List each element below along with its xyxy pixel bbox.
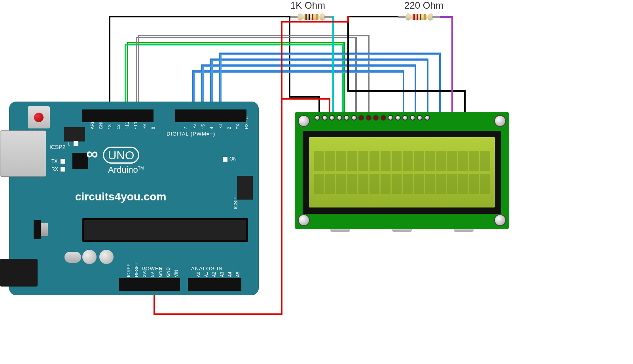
mounting-hole: [494, 115, 506, 127]
lcd-char-cell: [381, 174, 390, 194]
pin-label-reset: RESET: [134, 262, 139, 277]
resistor-1k: [298, 14, 325, 23]
pin-label-a1: A1: [204, 272, 208, 277]
pin-label-a5: A5: [235, 272, 240, 277]
lcd-char-cell: [347, 174, 357, 194]
pin-label-7: 7: [183, 127, 188, 129]
led-l-label: L: [68, 141, 70, 147]
lcd-char-cell: [403, 151, 413, 171]
arduino-brand-text: ArduinoTM: [108, 165, 144, 175]
watermark-text: circuits4you.com: [75, 190, 166, 203]
lcd-char-cell: [447, 174, 457, 194]
lcd-char-cell: [480, 174, 490, 194]
pin-label-gnd: GND: [158, 268, 163, 277]
lcd-pin-15[interactable]: [417, 115, 423, 121]
lcd-char-cell: [469, 174, 479, 194]
lcd-char-cell: [436, 151, 446, 171]
lcd-pin-header[interactable]: [315, 115, 430, 121]
lcd-char-cell: [414, 174, 424, 194]
lcd-char-cell: [458, 151, 468, 171]
lcd-char-cell: [414, 151, 424, 171]
digital-header-left[interactable]: [82, 109, 154, 122]
lcd-pin-4[interactable]: [337, 115, 342, 121]
pin-label-11: ~11: [125, 122, 129, 129]
lcd-bezel: [303, 131, 501, 214]
lcd-char-cell: [314, 174, 324, 194]
lcd-screen: [309, 137, 495, 207]
pin-label-5: ~5: [201, 124, 205, 129]
lcd-pin-9[interactable]: [373, 115, 379, 121]
pin-label-12: 12: [116, 124, 121, 129]
pin-label-a3: A3: [220, 272, 224, 277]
mounting-hole: [298, 214, 310, 226]
lcd-char-cell: [480, 151, 490, 171]
lcd-char-cell: [358, 174, 368, 194]
digital-section-label: DIGITAL (PWM=~): [167, 131, 215, 137]
resistor-220: [406, 14, 433, 23]
pin-label-5v: 5V: [150, 272, 155, 277]
lcd-char-cell: [392, 174, 402, 194]
capacitor: [99, 250, 114, 264]
lcd-pin-8[interactable]: [366, 115, 371, 121]
pin-label-a0: A0: [196, 272, 201, 277]
arduino-logo: ∞ UNO: [86, 144, 139, 163]
lcd-char-cell: [458, 174, 468, 194]
resistor-2-label: 220 Ohm: [404, 0, 443, 11]
led-tx: [61, 159, 65, 164]
pin-label-9: ~9: [142, 124, 147, 129]
lcd-char-cell: [325, 151, 335, 171]
icsp2-label: ICSP2: [49, 144, 65, 150]
lcd-pin-11[interactable]: [388, 115, 393, 121]
pin-label-gnd: GND: [166, 268, 171, 277]
led-tx-label: TX: [51, 158, 57, 164]
pin-label-ioref: IOREF: [126, 264, 131, 277]
usb-port: [0, 130, 46, 177]
lcd-pin-7[interactable]: [358, 115, 364, 121]
lcd-char-cell: [358, 151, 368, 171]
lcd-pin-1[interactable]: [315, 115, 320, 121]
lcd-char-cell: [370, 151, 379, 171]
power-header[interactable]: [119, 278, 180, 291]
voltage-regulator: [34, 220, 41, 239]
lcd-char-cell: [436, 174, 446, 194]
icsp2-header: [64, 127, 85, 141]
led-rx: [61, 167, 65, 172]
lcd-char-cell: [325, 174, 335, 194]
lcd-pin-2[interactable]: [322, 115, 328, 121]
lcd-16x2-module: [295, 112, 509, 229]
pin-label-3: ~3: [218, 124, 223, 129]
lcd-char-cell: [392, 151, 402, 171]
crystal-oscillator: [64, 252, 81, 263]
mounting-hole: [298, 115, 310, 127]
lcd-pin-6[interactable]: [351, 115, 357, 121]
lcd-pin-16[interactable]: [425, 115, 430, 121]
capacitor: [82, 250, 97, 264]
pin-label-a4: A4: [227, 272, 232, 277]
lcd-pin-3[interactable]: [329, 115, 335, 121]
arduino-uno-board: RESET ICSP2 L TX RX ON DIGITAL (PWM=~) P…: [9, 102, 259, 295]
pin-label-vin: VIN: [174, 270, 178, 277]
resistor-1-label: 1K Ohm: [290, 0, 325, 11]
mounting-hole: [494, 214, 506, 226]
analog-header[interactable]: [188, 278, 241, 291]
lcd-pin-12[interactable]: [395, 115, 401, 121]
lcd-pin-14[interactable]: [410, 115, 415, 121]
pin-label-10: ~10: [133, 122, 138, 129]
led-l: [74, 141, 78, 146]
atmega328-socket: [82, 218, 248, 242]
lcd-char-cell: [403, 174, 413, 194]
lcd-pin-5[interactable]: [344, 115, 349, 121]
lcd-tab: [454, 229, 474, 232]
lcd-pin-10[interactable]: [381, 115, 386, 121]
lcd-char-cell: [336, 151, 346, 171]
reset-button[interactable]: [28, 106, 50, 128]
atmega16u2-chip: [72, 153, 88, 169]
analog-section-label: ANALOG IN: [191, 266, 223, 272]
lcd-pin-13[interactable]: [402, 115, 408, 121]
pin-label-6: ~6: [192, 124, 197, 129]
led-on-label: ON: [229, 156, 237, 162]
lcd-char-cell: [381, 151, 390, 171]
pin-label-13: 13: [107, 124, 112, 129]
digital-header-right[interactable]: [175, 109, 246, 122]
pin-label-a2: A2: [212, 272, 216, 277]
